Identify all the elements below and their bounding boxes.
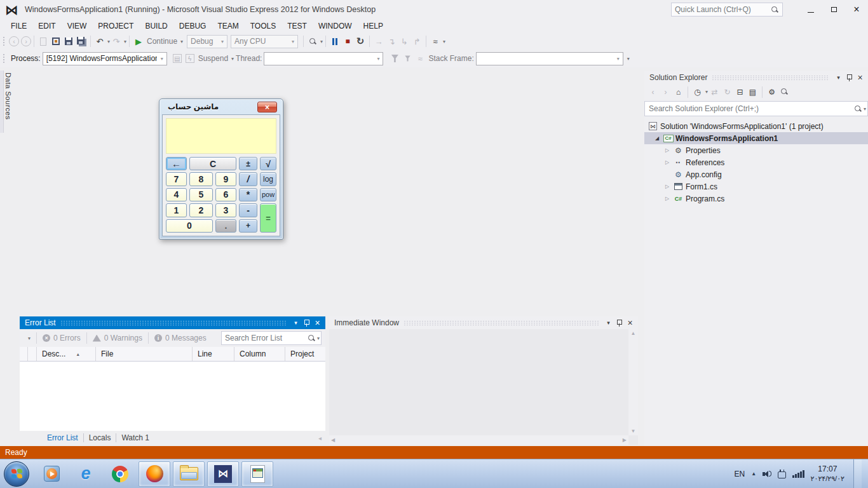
toolbar-grip[interactable] bbox=[3, 53, 6, 64]
navigate-back-icon[interactable]: ‹ bbox=[9, 36, 19, 46]
taskbar-internet-explorer-button[interactable]: e bbox=[70, 461, 102, 487]
menu-help[interactable]: HELP bbox=[358, 20, 389, 32]
taskbar-clock[interactable]: 17:07 ۲۰۲۴/۲۹/۰۲ bbox=[811, 464, 844, 484]
equals-button[interactable]: = bbox=[260, 203, 276, 233]
column-description[interactable]: Desc...▲ bbox=[37, 347, 96, 361]
process-window-icon[interactable]: ▤ bbox=[171, 51, 184, 65]
tree-item-form1[interactable]: ▷ Form1.cs bbox=[644, 180, 868, 193]
tree-item-properties[interactable]: ▷ ⚙ Properties bbox=[644, 144, 868, 156]
forward-icon[interactable]: › bbox=[660, 86, 672, 98]
error-list-search-box[interactable]: ▾ bbox=[221, 331, 322, 345]
step-into-icon[interactable]: ↴ bbox=[385, 34, 398, 48]
close-button[interactable]: × bbox=[845, 0, 868, 19]
pin-icon[interactable] bbox=[844, 72, 855, 83]
menu-edit[interactable]: EDIT bbox=[32, 20, 61, 32]
sqrt-button[interactable]: √ bbox=[260, 157, 276, 170]
start-button[interactable] bbox=[4, 461, 29, 487]
suspend-label[interactable]: Suspend bbox=[198, 54, 228, 63]
menu-view[interactable]: VIEW bbox=[62, 20, 93, 32]
filter-dropdown-icon[interactable]: ▾ bbox=[28, 336, 31, 341]
error-list-title-bar[interactable]: Error List ▾ × bbox=[20, 316, 325, 329]
menu-tools[interactable]: TOOLS bbox=[245, 20, 281, 32]
minus-button[interactable]: - bbox=[239, 203, 257, 217]
immediate-window-body[interactable]: ▲ ▼ ◀ ▶ bbox=[329, 329, 638, 445]
five-button[interactable]: 5 bbox=[189, 188, 213, 201]
flag-threads-icon[interactable] bbox=[388, 51, 401, 65]
window-position-icon[interactable]: ▾ bbox=[603, 318, 614, 328]
decimal-button[interactable]: . bbox=[215, 219, 236, 233]
toolbar-grip[interactable] bbox=[3, 36, 6, 46]
three-button[interactable]: 3 bbox=[215, 203, 236, 217]
tree-item-solution[interactable]: ⋈ Solution 'WindowsFormsApplication1' (1… bbox=[644, 120, 868, 132]
menu-project[interactable]: PROJECT bbox=[92, 20, 139, 32]
platform-combo[interactable]: Any CPU ▾ bbox=[231, 35, 298, 48]
volume-icon[interactable] bbox=[763, 471, 771, 477]
scroll-up-icon[interactable]: ▲ bbox=[631, 330, 636, 336]
language-indicator[interactable]: EN bbox=[735, 470, 745, 478]
scroll-right-icon[interactable]: ▶ bbox=[623, 437, 627, 443]
power-icon[interactable] bbox=[778, 471, 786, 478]
search-options-icon[interactable]: ▾ bbox=[864, 106, 866, 112]
toolbar-overflow-icon[interactable]: ▾ bbox=[627, 56, 630, 62]
close-icon[interactable]: × bbox=[855, 72, 865, 83]
expander-collapsed-icon[interactable]: ▷ bbox=[662, 147, 672, 153]
expander-collapsed-icon[interactable]: ▷ bbox=[662, 159, 672, 165]
save-icon[interactable] bbox=[62, 34, 75, 48]
taskbar-media-player-button[interactable] bbox=[36, 461, 67, 487]
show-desktop-button[interactable] bbox=[853, 459, 862, 488]
six-button[interactable]: 6 bbox=[215, 188, 236, 201]
clear-button[interactable]: C bbox=[189, 157, 236, 170]
stack-frame-combo[interactable]: ▾ bbox=[476, 52, 623, 65]
search-options-icon[interactable]: ▾ bbox=[317, 336, 320, 341]
vs-title-bar[interactable]: ⋈ WindowsFormsApplication1 (Running) - M… bbox=[0, 0, 868, 19]
plus-minus-button[interactable]: ± bbox=[239, 157, 257, 170]
four-button[interactable]: 4 bbox=[166, 188, 187, 201]
show-all-files-icon[interactable]: ▤ bbox=[747, 86, 759, 98]
find-dropdown-icon[interactable]: ▾ bbox=[320, 39, 323, 44]
redo-dropdown-icon[interactable]: ▾ bbox=[124, 39, 126, 44]
window-position-icon[interactable]: ▾ bbox=[833, 72, 844, 83]
tree-item-references[interactable]: ▷ ▪▪ References bbox=[644, 156, 868, 168]
stop-debugging-icon[interactable]: ■ bbox=[341, 34, 354, 48]
scroll-down-icon[interactable]: ▼ bbox=[631, 428, 636, 434]
error-list-search-input[interactable] bbox=[225, 334, 308, 342]
step-out-icon[interactable]: ↱ bbox=[410, 34, 423, 48]
column-project[interactable]: Project bbox=[285, 347, 325, 361]
calculator-display[interactable] bbox=[166, 118, 276, 154]
toolbar-overflow-icon[interactable]: ▾ bbox=[443, 39, 445, 44]
process-combo[interactable]: [5192] WindowsFormsApplication1 ▾ bbox=[43, 52, 167, 65]
toggle-flagged-icon[interactable]: ≈ bbox=[414, 51, 426, 65]
menu-window[interactable]: WINDOW bbox=[313, 20, 358, 32]
menu-team[interactable]: TEAM bbox=[212, 20, 244, 32]
continue-dropdown-icon[interactable]: ▾ bbox=[180, 39, 183, 44]
column-column[interactable]: Column bbox=[234, 347, 285, 361]
expander-expanded-icon[interactable]: ◢ bbox=[652, 135, 662, 141]
menu-file[interactable]: FILE bbox=[5, 20, 32, 32]
immediate-window-title-bar[interactable]: Immediate Window ▾ × bbox=[329, 316, 638, 329]
data-sources-tab[interactable]: Data Sources bbox=[0, 71, 13, 133]
column-line[interactable]: Line bbox=[193, 347, 234, 361]
tab-error-list[interactable]: Error List bbox=[42, 433, 83, 442]
restore-button[interactable] bbox=[822, 0, 845, 19]
taskbar-winforms-app-button[interactable] bbox=[241, 461, 273, 487]
solution-explorer-search-box[interactable]: ▾ bbox=[644, 101, 868, 116]
home-icon[interactable]: ⌂ bbox=[672, 86, 684, 98]
two-button[interactable]: 2 bbox=[189, 203, 213, 217]
menu-debug[interactable]: DEBUG bbox=[173, 20, 212, 32]
menu-build[interactable]: BUILD bbox=[139, 20, 173, 32]
window-position-icon[interactable]: ▾ bbox=[290, 318, 301, 328]
new-item-icon[interactable] bbox=[50, 34, 62, 48]
calculator-close-button[interactable]: × bbox=[257, 102, 277, 112]
flag-filter-icon[interactable] bbox=[401, 51, 414, 65]
horizontal-scrollbar[interactable]: ◀ ▶ bbox=[329, 435, 628, 445]
seven-button[interactable]: 7 bbox=[166, 172, 187, 186]
network-signal-icon[interactable] bbox=[792, 470, 804, 478]
tree-item-program[interactable]: ▷ C# Program.cs bbox=[644, 193, 868, 205]
expander-collapsed-icon[interactable]: ▷ bbox=[662, 184, 672, 189]
pause-icon[interactable] bbox=[329, 34, 341, 48]
close-icon[interactable]: × bbox=[312, 318, 323, 328]
quick-launch-input[interactable] bbox=[675, 5, 771, 14]
collapse-all-icon[interactable]: ⊟ bbox=[734, 86, 746, 98]
vertical-scrollbar[interactable]: ▲ ▼ bbox=[628, 329, 638, 435]
tab-watch1[interactable]: Watch 1 bbox=[116, 433, 154, 442]
